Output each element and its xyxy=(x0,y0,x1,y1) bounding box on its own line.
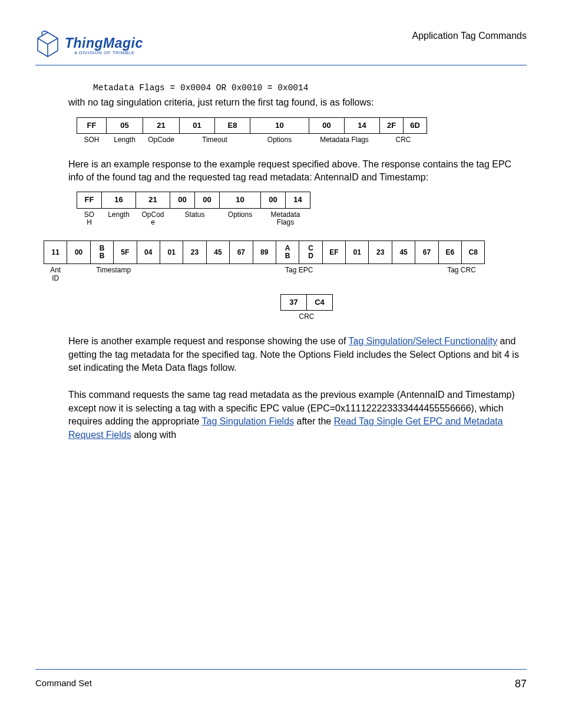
byte-cell: 10 xyxy=(250,117,309,133)
field-label: CRC xyxy=(281,310,333,321)
field-label: CRC xyxy=(380,133,427,144)
field-label: OpCode xyxy=(143,133,180,144)
field-label: Ant ID xyxy=(44,264,67,282)
byte-cell: 01 xyxy=(160,241,183,263)
byte-cell: 6D xyxy=(404,117,427,133)
mid-para: Here is an example response to the examp… xyxy=(68,158,527,183)
byte-cell: E6 xyxy=(438,241,461,263)
byte-cell: E8 xyxy=(215,117,250,133)
metadata-flags-code: Metadata Flags = 0x0004 OR 0x0010 = 0x00… xyxy=(93,83,527,93)
field-label: Tag EPC xyxy=(160,264,438,282)
byte-cell: C8 xyxy=(462,241,485,263)
byte-cell: C4 xyxy=(307,294,333,310)
field-label: Metadata Flags xyxy=(261,208,310,226)
byte-cell: 23 xyxy=(183,241,206,263)
response-header-table: FF 16 21 00 00 10 00 14 SO H Length OpCo… xyxy=(77,192,310,226)
text-run: Here is another example request and resp… xyxy=(68,336,349,346)
table-row: FF 16 21 00 00 10 00 14 xyxy=(77,192,310,208)
byte-cell: 89 xyxy=(253,241,276,263)
byte-cell: 37 xyxy=(281,294,307,310)
byte-cell: 67 xyxy=(230,241,253,263)
logo-main-text: ThingMagic xyxy=(65,35,143,51)
logo-text: ThingMagic A DIVISION OF TRIMBLE xyxy=(65,35,143,55)
field-label: Timeout xyxy=(180,133,250,144)
byte-cell: 21 xyxy=(136,192,170,208)
byte-cell: 2F xyxy=(380,117,404,133)
table-row: SO H Length OpCod e Status Options Metad… xyxy=(77,208,310,226)
byte-cell: FF xyxy=(77,117,107,133)
field-label: Length xyxy=(102,208,136,226)
field-label: Metadata Flags xyxy=(309,133,380,144)
link-tag-singulation-fields[interactable]: Tag Singulation Fields xyxy=(202,416,295,426)
byte-cell: 11 xyxy=(44,241,67,263)
field-label: Length xyxy=(107,133,143,144)
byte-cell: 04 xyxy=(137,241,160,263)
byte-cell: AB xyxy=(276,241,299,263)
byte-cell: 16 xyxy=(102,192,136,208)
byte-cell: CD xyxy=(299,241,322,263)
byte-cell: 00 xyxy=(67,241,90,263)
link-tag-singulation-select[interactable]: Tag Singulation/Select Functionality xyxy=(349,336,498,346)
byte-cell: FF xyxy=(77,192,102,208)
table-row: Ant ID Timestamp Tag EPC Tag CRC xyxy=(44,264,485,282)
page-header: ThingMagic A DIVISION OF TRIMBLE Applica… xyxy=(35,31,527,65)
byte-cell: 00 xyxy=(170,192,195,208)
page-number: 87 xyxy=(515,678,527,690)
byte-cell: EF xyxy=(322,241,345,263)
byte-cell: 23 xyxy=(369,241,392,263)
byte-cell: 67 xyxy=(415,241,438,263)
response-body-table: 11 00 BB 5F 04 01 23 45 67 89 AB CD EF 0… xyxy=(44,241,485,282)
byte-cell: 45 xyxy=(392,241,415,263)
crc-table: 37 C4 CRC xyxy=(280,294,333,321)
field-label: SO H xyxy=(77,208,102,226)
table-row: SOH Length OpCode Timeout Options Metada… xyxy=(77,133,427,144)
logo-sub-text: A DIVISION OF TRIMBLE xyxy=(74,50,143,55)
content: Metadata Flags = 0x0004 OR 0x0010 = 0x00… xyxy=(35,83,527,442)
byte-cell: 21 xyxy=(143,117,180,133)
table-row: FF 05 21 01 E8 10 00 14 2F 6D xyxy=(77,117,427,133)
byte-cell: 01 xyxy=(346,241,369,263)
text-run: after the xyxy=(294,416,334,426)
byte-cell: 00 xyxy=(309,117,345,133)
byte-cell: 14 xyxy=(286,192,310,208)
field-label: Options xyxy=(250,133,309,144)
byte-cell: 5F xyxy=(114,241,137,263)
table-row: 11 00 BB 5F 04 01 23 45 67 89 AB CD EF 0… xyxy=(44,241,485,263)
request-bytes-table: FF 05 21 01 E8 10 00 14 2F 6D SOH Length… xyxy=(77,117,427,144)
footer-left: Command Set xyxy=(35,678,92,690)
page: ThingMagic A DIVISION OF TRIMBLE Applica… xyxy=(0,0,562,728)
field-label: Options xyxy=(220,208,261,226)
table-row: CRC xyxy=(281,310,333,321)
byte-cell: 00 xyxy=(195,192,220,208)
explain-para-2: This command requests the same tag read … xyxy=(68,388,527,442)
byte-cell: 01 xyxy=(180,117,215,133)
byte-cell: 05 xyxy=(107,117,143,133)
byte-cell: 14 xyxy=(345,117,380,133)
table-row: 37 C4 xyxy=(281,294,333,310)
header-section-title: Application Tag Commands xyxy=(412,31,527,41)
thingmagic-cube-icon xyxy=(35,31,60,60)
text-run: along with xyxy=(131,430,177,440)
explain-para-1: Here is another example request and resp… xyxy=(68,335,527,374)
logo: ThingMagic A DIVISION OF TRIMBLE xyxy=(35,31,143,60)
field-label: Status xyxy=(170,208,220,226)
field-label: Tag CRC xyxy=(438,264,485,282)
byte-cell: 00 xyxy=(261,192,286,208)
byte-cell: 10 xyxy=(220,192,261,208)
field-label: SOH xyxy=(77,133,107,144)
field-label: Timestamp xyxy=(67,264,160,282)
page-footer: Command Set 87 xyxy=(35,669,527,690)
byte-cell: BB xyxy=(90,241,113,263)
byte-cell: 45 xyxy=(206,241,229,263)
intro-para: with no tag singulation criteria, just r… xyxy=(68,96,527,109)
field-label: OpCod e xyxy=(136,208,170,226)
